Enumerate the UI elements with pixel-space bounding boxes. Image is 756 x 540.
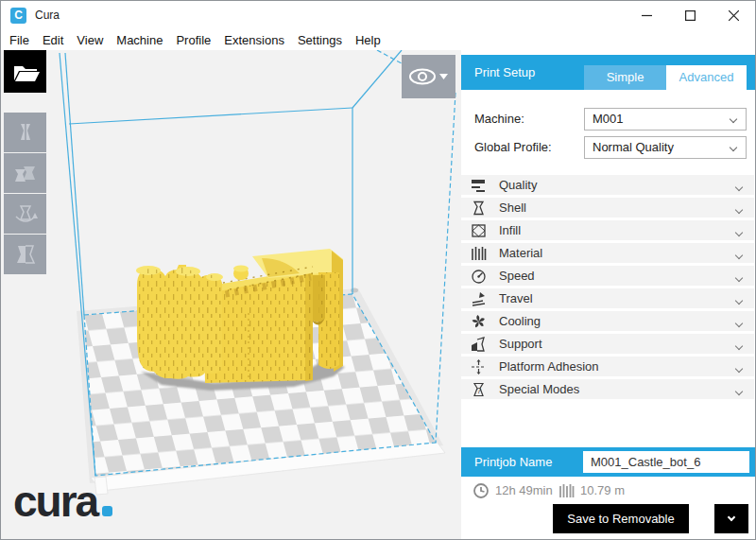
maximize-icon [685, 10, 696, 21]
material-icon [470, 246, 487, 261]
maximize-button[interactable] [668, 1, 712, 29]
minimize-button[interactable] [625, 1, 668, 29]
chevron-down-icon [735, 341, 743, 349]
machine-value: M001 [593, 112, 624, 126]
printjob-label: Printjob Name [474, 447, 552, 477]
chevron-down-icon [735, 387, 743, 394]
print-setup-title: Print Setup [474, 55, 535, 90]
eye-icon [408, 66, 450, 87]
save-target-dropdown-button[interactable] [714, 504, 748, 533]
print-setup-panel: Print Setup Simple Advanced Machine: M00… [461, 50, 756, 539]
window-controls [625, 1, 755, 29]
print-time-clock-icon [472, 482, 490, 499]
window-title: Cura [35, 9, 60, 22]
cura-logo-dot [102, 506, 112, 516]
chevron-down-icon [728, 514, 735, 521]
section-travel[interactable]: Travel [461, 288, 754, 308]
menubar: File Edit View Machine Profile Extension… [1, 29, 755, 50]
chevron-down-icon [735, 205, 743, 213]
save-to-removable-drive-button[interactable]: Save to Removable Drive [553, 504, 689, 533]
cooling-icon [470, 314, 487, 329]
machine-label: Machine: [474, 108, 524, 131]
settings-sections: Quality Shell Infill [461, 175, 754, 402]
move-tool-button[interactable] [4, 113, 46, 152]
mirror-tool-icon [13, 242, 38, 267]
section-support[interactable]: Support [461, 334, 754, 354]
plate-clip [351, 288, 358, 293]
section-infill[interactable]: Infill [461, 220, 754, 240]
menu-edit[interactable]: Edit [43, 33, 63, 47]
print-time-value: 12h 49min [495, 479, 553, 503]
menu-settings[interactable]: Settings [298, 33, 342, 47]
build-plate-scene [1, 50, 461, 539]
3d-viewport[interactable]: cura [1, 50, 461, 539]
scale-tool-button[interactable] [4, 153, 46, 193]
tab-advanced[interactable]: Advanced [666, 65, 747, 90]
menu-profile[interactable]: Profile [176, 33, 211, 47]
chevron-down-icon [735, 273, 743, 281]
rotate-tool-button[interactable] [4, 194, 46, 234]
print-summary: 12h 49min 10.79 m [461, 479, 756, 503]
main-area: cura Print Setup Simple Advanced Machine… [1, 50, 755, 539]
menu-machine[interactable]: Machine [116, 33, 163, 47]
quality-icon [470, 178, 487, 193]
close-button[interactable] [712, 1, 755, 29]
chevron-down-icon [735, 296, 743, 304]
special-modes-icon: ? [470, 382, 487, 397]
section-shell[interactable]: Shell [461, 198, 754, 218]
section-special-modes[interactable]: ? Special Modes [461, 379, 754, 399]
support-icon [470, 337, 487, 352]
section-quality[interactable]: Quality [461, 175, 754, 195]
svg-text:?: ? [476, 386, 481, 395]
titlebar: C Cura [1, 1, 755, 29]
section-platform-adhesion[interactable]: Platform Adhesion [461, 357, 754, 376]
speed-icon [470, 269, 487, 284]
scale-tool-icon [12, 161, 39, 185]
chevron-down-icon [735, 228, 743, 235]
tab-simple[interactable]: Simple [584, 65, 666, 90]
chevron-down-icon [735, 319, 743, 326]
cura-window: C Cura File Edit View Machine Profile Ex… [0, 0, 756, 540]
menu-view[interactable]: View [77, 33, 103, 47]
mirror-tool-button[interactable] [4, 235, 46, 274]
chevron-down-icon [730, 115, 737, 123]
cura-app-icon: C [10, 8, 26, 24]
printjob-name-input[interactable] [583, 451, 749, 473]
minimize-icon [642, 10, 652, 21]
move-tool-icon [13, 120, 38, 145]
chevron-down-icon [730, 144, 737, 151]
close-icon [729, 10, 739, 21]
material-length-value: 10.79 m [580, 479, 625, 503]
section-cooling[interactable]: Cooling [461, 311, 754, 331]
menu-help[interactable]: Help [355, 33, 381, 47]
chevron-down-icon [735, 251, 743, 258]
open-file-folder-icon [10, 60, 41, 84]
shell-icon [470, 200, 487, 216]
infill-icon [470, 223, 487, 238]
section-speed[interactable]: Speed [461, 266, 754, 286]
menu-extensions[interactable]: Extensions [224, 33, 284, 47]
machine-select[interactable]: M001 [584, 108, 747, 131]
view-mode-button[interactable] [402, 55, 455, 98]
global-profile-select[interactable]: Normal Quality [584, 136, 747, 159]
print-setup-header: Print Setup Simple Advanced [461, 55, 756, 90]
cura-logo: cura [13, 479, 112, 523]
chevron-down-icon [735, 183, 743, 190]
printjob-bar: Printjob Name [461, 447, 756, 477]
platform-adhesion-icon [470, 359, 487, 375]
material-length-icon [558, 482, 575, 499]
section-material[interactable]: Material [461, 243, 754, 263]
travel-icon [470, 291, 487, 306]
global-profile-label: Global Profile: [474, 136, 552, 159]
global-profile-value: Normal Quality [593, 140, 674, 154]
menu-file[interactable]: File [9, 33, 29, 47]
rotate-tool-icon [12, 201, 39, 226]
chevron-down-icon [735, 364, 743, 372]
open-file-button[interactable] [4, 50, 46, 93]
